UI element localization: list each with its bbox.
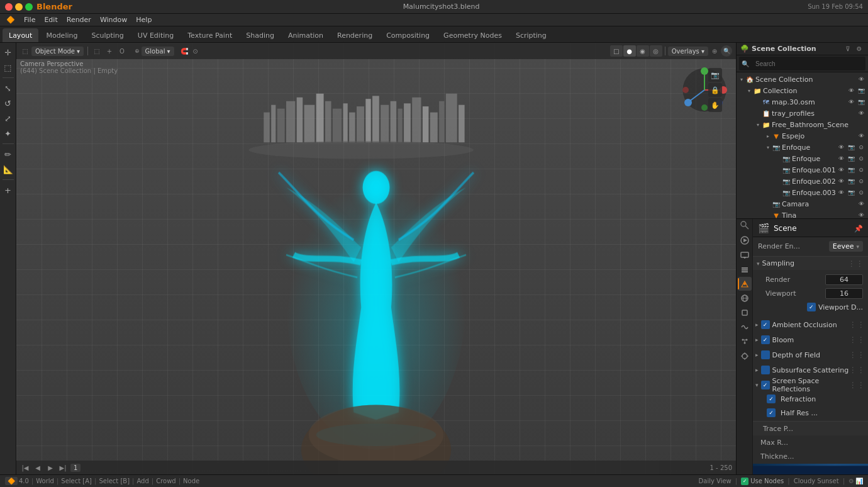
viewport-object-icon[interactable]: O <box>117 46 127 56</box>
max-r-row[interactable]: Max R... <box>753 435 868 449</box>
tab-layout[interactable]: Layout <box>3 28 38 42</box>
global-dropdown[interactable]: Global ▾ <box>142 47 174 56</box>
enfoque-vis-icon[interactable]: 👁 <box>837 143 845 152</box>
status-add[interactable]: Add <box>136 478 148 484</box>
add-tool[interactable]: + <box>1 183 15 197</box>
e003-vis-icon[interactable]: 👁 <box>837 188 845 197</box>
tray-vis-icon[interactable]: 👁 <box>857 109 865 118</box>
tree-item-enfoque003[interactable]: ▸ 📷 Enfoque.003 👁 📷 ⊙ <box>737 187 868 198</box>
status-node[interactable]: Node <box>183 478 199 484</box>
rendered-shading[interactable]: ◎ <box>650 45 662 57</box>
trace-row[interactable]: Trace P... <box>753 422 868 435</box>
tree-item-tina[interactable]: ▸ ▼ Tina 👁 <box>737 210 868 218</box>
prop-tab-particles[interactable] <box>738 335 752 349</box>
search-button[interactable]: 🔍 <box>721 45 732 57</box>
editor-type-icon[interactable]: ⬚ <box>20 46 30 56</box>
ao-row[interactable]: ▸ ✓ Ambient Occlusion ⋮⋮ <box>753 318 868 332</box>
tree-item-tray[interactable]: ▸ 📋 tray_profiles 👁 <box>737 108 868 119</box>
ssr-row[interactable]: ▾ ✓ Screen Space Reflections ⋮⋮ <box>753 378 868 392</box>
prop-tab-physics[interactable] <box>738 349 752 363</box>
menu-blender[interactable]: 🔶 <box>3 14 19 26</box>
solid-shading[interactable]: ● <box>623 45 636 57</box>
tab-rendering[interactable]: Rendering <box>331 28 379 42</box>
visibility-icon[interactable]: 👁 <box>857 75 865 84</box>
dof-checkbox[interactable] <box>761 350 770 359</box>
play-icon[interactable]: ▶ <box>45 462 55 473</box>
prop-tab-object[interactable] <box>738 306 752 320</box>
viewport-sample-value[interactable]: 16 <box>825 288 863 299</box>
e003-m-icon[interactable]: ⊙ <box>857 188 865 197</box>
prop-tab-scene[interactable] <box>738 277 752 291</box>
tab-shading[interactable]: Shading <box>240 28 281 42</box>
viewport-add-icon[interactable]: + <box>104 46 114 56</box>
dof-row[interactable]: ▸ Depth of Field ⋮⋮ <box>753 348 868 362</box>
frame-start-icon[interactable]: |◀ <box>20 462 30 473</box>
render-engine-dropdown[interactable]: Eevee ▾ <box>829 241 863 252</box>
outliner-search-input[interactable] <box>753 59 860 69</box>
gizmos-icon[interactable]: ⊕ <box>709 46 720 56</box>
use-nodes-toggle[interactable]: ✓ Use Nodes <box>741 478 784 485</box>
e2-m-icon[interactable]: ⊙ <box>857 154 865 163</box>
prop-tab-render[interactable] <box>738 233 752 247</box>
outliner-filter-icon[interactable]: ⊽ <box>843 44 853 54</box>
select-tool[interactable]: ⬚ <box>1 60 15 74</box>
viewport-select-icon[interactable]: ⬚ <box>92 46 102 56</box>
sampling-header[interactable]: ▾ Sampling ⋮⋮ <box>753 256 868 270</box>
menu-render[interactable]: Render <box>63 14 95 26</box>
proportional-edit-icon[interactable]: ⊙ <box>191 46 201 56</box>
scale-tool[interactable]: ⤢ <box>1 111 15 125</box>
prop-tab-world[interactable] <box>738 291 752 305</box>
enfoque-render-icon[interactable]: 📷 <box>847 143 855 152</box>
e001-r-icon[interactable]: 📷 <box>847 165 855 174</box>
tree-item-enfoque002[interactable]: ▸ 📷 Enfoque.002 👁 📷 ⊙ <box>737 176 868 187</box>
e003-r-icon[interactable]: 📷 <box>847 188 855 197</box>
prop-tab-output[interactable] <box>738 248 752 262</box>
material-shading[interactable]: ◉ <box>637 45 649 57</box>
refraction-checkbox[interactable]: ✓ <box>767 395 776 403</box>
e002-r-icon[interactable]: 📷 <box>847 177 855 186</box>
lock-view-btn[interactable]: 🔒 <box>708 83 722 97</box>
tree-item-enfoque001[interactable]: ▸ 📷 Enfoque.001 👁 📷 ⊙ <box>737 164 868 176</box>
menu-file[interactable]: File <box>20 14 39 26</box>
tree-item-enfoque2[interactable]: ▸ 📷 Enfoque 👁 📷 ⊙ <box>737 153 868 164</box>
status-crowd[interactable]: Crowd <box>156 478 176 484</box>
tab-sculpting[interactable]: Sculpting <box>85 28 130 42</box>
e2-r-icon[interactable]: 📷 <box>847 154 855 163</box>
tree-item-espejo[interactable]: ▸ ▼ Espejo 👁 <box>737 130 868 142</box>
bloom-row[interactable]: ▸ ✓ Bloom ⋮⋮ <box>753 333 868 347</box>
tina-vis-icon[interactable]: 👁 <box>857 211 865 218</box>
sss-checkbox[interactable] <box>761 366 770 374</box>
close-button[interactable] <box>5 3 13 11</box>
menu-edit[interactable]: Edit <box>40 14 61 26</box>
e001-m-icon[interactable]: ⊙ <box>857 165 865 174</box>
enfoque-more-icon[interactable]: ⊙ <box>857 143 865 152</box>
menu-window[interactable]: Window <box>96 14 131 26</box>
move-tool[interactable]: ⤡ <box>1 81 15 95</box>
map-render-icon[interactable]: 📷 <box>857 98 865 106</box>
annotate-tool[interactable]: ✏ <box>1 147 15 161</box>
map-vis-icon[interactable]: 👁 <box>847 98 855 106</box>
frame-end-icon[interactable]: ▶| <box>58 462 68 473</box>
snap-icon[interactable]: 🧲 <box>179 46 189 56</box>
e002-vis-icon[interactable]: 👁 <box>837 177 845 186</box>
object-mode-dropdown[interactable]: Object Mode ▾ <box>31 47 84 56</box>
hand-btn[interactable]: ✋ <box>708 98 722 112</box>
tree-item-bathroom[interactable]: ▾ 📁 Free_Bathroom_Scene <box>737 119 868 130</box>
menu-help[interactable]: Help <box>132 14 155 26</box>
tree-item-collection[interactable]: ▾ 📁 Collection 👁 📷 <box>737 85 868 96</box>
render-sample-value[interactable]: 64 <box>825 274 863 285</box>
tab-compositing[interactable]: Compositing <box>380 28 436 42</box>
wireframe-shading[interactable]: □ <box>610 45 623 57</box>
tab-scripting[interactable]: Scripting <box>509 28 553 42</box>
tree-item-scene-collection[interactable]: ▾ 🏠 Scene Collection 👁 <box>737 74 868 85</box>
measure-tool[interactable]: 📐 <box>1 162 15 176</box>
e001-vis-icon[interactable]: 👁 <box>837 165 845 174</box>
outliner-settings-icon[interactable]: ⚙ <box>854 44 864 54</box>
tab-texture-paint[interactable]: Texture Paint <box>181 28 238 42</box>
camera-view-btn[interactable]: 📷 <box>708 68 722 82</box>
tree-item-enfoque[interactable]: ▾ 📷 Enfoque 👁 📷 ⊙ <box>737 142 868 153</box>
rotate-tool[interactable]: ↺ <box>1 96 15 110</box>
viewport-area[interactable]: ⬚ Object Mode ▾ ⬚ + O ⊕ Global ▾ 🧲 <box>16 43 736 474</box>
tab-geometry-nodes[interactable]: Geometry Nodes <box>437 28 508 42</box>
tree-item-camara[interactable]: ▸ 📷 Camara 👁 <box>737 198 868 210</box>
